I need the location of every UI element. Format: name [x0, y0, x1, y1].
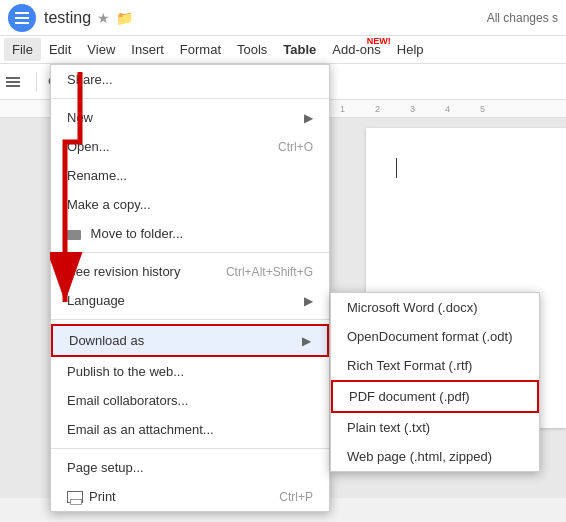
- menu-help[interactable]: Help: [389, 38, 432, 61]
- menu-move-to-folder[interactable]: Move to folder...: [51, 219, 329, 248]
- divider-4: [51, 448, 329, 449]
- download-rtf[interactable]: Rich Text Format (.rtf): [331, 351, 539, 380]
- arrow-icon: ▶: [304, 111, 313, 125]
- download-html[interactable]: Web page (.html, zipped): [331, 442, 539, 471]
- menu-page-setup[interactable]: Page setup...: [51, 453, 329, 482]
- new-badge: NEW!: [367, 36, 391, 46]
- menu-addons[interactable]: Add-ons NEW!: [324, 38, 388, 61]
- menu-language[interactable]: Language ▶: [51, 286, 329, 315]
- menu-insert[interactable]: Insert: [123, 38, 172, 61]
- divider-1: [51, 98, 329, 99]
- menu-email-attachment[interactable]: Email as an attachment...: [51, 415, 329, 444]
- menu-view[interactable]: View: [79, 38, 123, 61]
- divider-2: [51, 252, 329, 253]
- download-arrow-icon: ▶: [302, 334, 311, 348]
- menu-tools[interactable]: Tools: [229, 38, 275, 61]
- star-icon[interactable]: ★: [97, 10, 110, 26]
- print-shortcut: Ctrl+P: [279, 490, 313, 504]
- download-pdf[interactable]: PDF document (.pdf): [331, 380, 539, 413]
- menu-file[interactable]: File: [4, 38, 41, 61]
- menu-download-as[interactable]: Download as ▶: [51, 324, 329, 357]
- download-submenu: Microsoft Word (.docx) OpenDocument form…: [330, 292, 540, 472]
- menu-format[interactable]: Format: [172, 38, 229, 61]
- folder-icon[interactable]: 📁: [116, 10, 133, 26]
- menu-bar: File Edit View Insert Format Tools Table…: [0, 36, 566, 64]
- divider-3: [51, 319, 329, 320]
- menu-publish[interactable]: Publish to the web...: [51, 357, 329, 386]
- menu-rename[interactable]: Rename...: [51, 161, 329, 190]
- text-cursor: [396, 158, 397, 178]
- download-txt[interactable]: Plain text (.txt): [331, 413, 539, 442]
- menu-share[interactable]: Share...: [51, 65, 329, 94]
- open-shortcut: Ctrl+O: [278, 140, 313, 154]
- file-dropdown: Share... New ▶ Open... Ctrl+O Rename... …: [50, 64, 330, 512]
- menu-edit[interactable]: Edit: [41, 38, 79, 61]
- menu-toggle-icon[interactable]: [6, 72, 26, 92]
- document-title[interactable]: testing: [44, 9, 91, 27]
- top-bar: testing ★ 📁 All changes s: [0, 0, 566, 36]
- menu-open[interactable]: Open... Ctrl+O: [51, 132, 329, 161]
- menu-revision-history[interactable]: See revision history Ctrl+Alt+Shift+G: [51, 257, 329, 286]
- hamburger-icon[interactable]: [8, 4, 36, 32]
- revision-shortcut: Ctrl+Alt+Shift+G: [226, 265, 313, 279]
- download-docx[interactable]: Microsoft Word (.docx): [331, 293, 539, 322]
- language-arrow-icon: ▶: [304, 294, 313, 308]
- menu-print[interactable]: Print Ctrl+P: [51, 482, 329, 511]
- menu-make-copy[interactable]: Make a copy...: [51, 190, 329, 219]
- download-odt[interactable]: OpenDocument format (.odt): [331, 322, 539, 351]
- menu-new[interactable]: New ▶: [51, 103, 329, 132]
- menu-table[interactable]: Table: [275, 38, 324, 61]
- save-status: All changes s: [487, 11, 558, 25]
- menu-email-collaborators[interactable]: Email collaborators...: [51, 386, 329, 415]
